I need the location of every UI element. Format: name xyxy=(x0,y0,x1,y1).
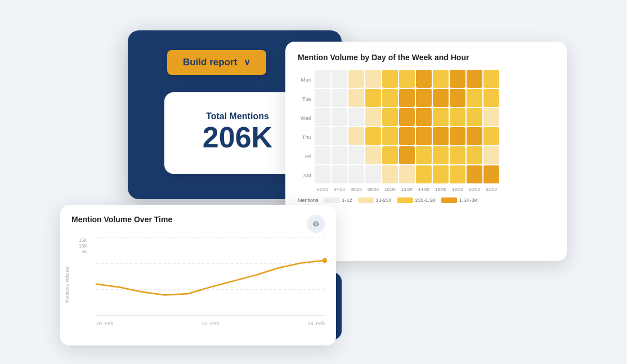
heatmap-x-label: 16:00 xyxy=(433,187,449,192)
heatmap-y-label-thu: Thu xyxy=(298,128,311,146)
build-report-button[interactable]: Build report ∨ xyxy=(167,50,266,75)
legend-label-2: 13-234 xyxy=(376,197,392,203)
y-axis-labels: 15K 10K 5K xyxy=(71,237,94,266)
y-label-10k: 10K xyxy=(71,243,87,249)
heatmap-cell xyxy=(467,165,482,183)
heatmap-x-label: 10:00 xyxy=(382,187,398,192)
heatmap-cell xyxy=(433,89,449,107)
heatmap-x-label: 12:00 xyxy=(399,187,415,192)
heatmap-y-label-tue: Tue xyxy=(298,90,311,108)
y-axis-title: Mentions Volume xyxy=(64,267,70,303)
heatmap-cell xyxy=(483,127,499,145)
heatmap-cell xyxy=(450,165,465,183)
heatmap-cell xyxy=(450,108,465,126)
heatmap-cell xyxy=(399,108,415,126)
heatmap-cell xyxy=(348,70,364,88)
heatmap-cell xyxy=(382,165,398,183)
line-chart-header: Mention Volume Over Time ⚙ xyxy=(71,215,325,233)
heatmap-cell xyxy=(416,146,432,164)
chevron-down-icon: ∨ xyxy=(244,57,250,68)
line-chart-svg xyxy=(96,237,325,316)
heatmap-cell xyxy=(332,70,347,88)
heatmap-cell xyxy=(399,127,415,145)
heatmap-cell xyxy=(450,70,465,88)
x-labels: 20. Feb 22. Feb 24. Feb xyxy=(96,318,325,326)
legend-swatch-1 xyxy=(324,197,340,203)
build-report-label: Build report xyxy=(183,57,237,68)
x-label-22feb: 22. Feb xyxy=(202,321,220,326)
line-chart-title: Mention Volume Over Time xyxy=(71,215,172,224)
heatmap-cell xyxy=(450,146,465,164)
y-axis-container: Mentions Volume 15K 10K 5K xyxy=(71,237,94,327)
heatmap-cell xyxy=(483,89,499,107)
heatmap-legend: Mentions 1-12 13-234 235-1.5K 1.5K-3K xyxy=(298,197,554,203)
heatmap-cell xyxy=(399,146,415,164)
heatmap-cell xyxy=(315,165,330,183)
heatmap-cell xyxy=(483,70,499,88)
heatmap-cell xyxy=(416,89,432,107)
heatmap-cell xyxy=(365,70,381,88)
heatmap-cell xyxy=(382,146,398,164)
heatmap-cell xyxy=(433,127,449,145)
heatmap-cell xyxy=(467,70,482,88)
legend-item-3: 235-1.5K xyxy=(397,197,436,203)
heatmap-cell xyxy=(433,146,449,164)
legend-label-3: 235-1.5K xyxy=(415,197,436,203)
heatmap-cell xyxy=(467,146,482,164)
line-chart-card: Mention Volume Over Time ⚙ Mentions Volu… xyxy=(60,205,336,345)
heatmap-cell xyxy=(365,127,381,145)
heatmap-x-label: 06:00 xyxy=(348,187,364,192)
heatmap-x-label: 14:00 xyxy=(416,187,432,192)
heatmap-y-label-sat: Sat xyxy=(298,167,311,185)
heatmap-cell xyxy=(315,146,330,164)
heatmap-cell xyxy=(332,108,347,126)
y-label-5k: 5K xyxy=(71,249,87,254)
heatmap-y-label-mon: Mon xyxy=(298,71,311,89)
svg-point-4 xyxy=(323,258,328,263)
heatmap-cell xyxy=(315,127,330,145)
legend-item-4: 1.5K-3K xyxy=(441,197,478,203)
heatmap-cell xyxy=(450,127,465,145)
heatmap-cell xyxy=(332,89,347,107)
heatmap-y-label-fri: Fri xyxy=(298,147,311,165)
heatmap-grid-area: Mon Tue Wed Thu Fri Sat 02:0004:0006:000… xyxy=(298,70,554,192)
heatmap-cell xyxy=(433,70,449,88)
legend-mentions-label: Mentions xyxy=(298,197,319,203)
y-label-15k: 15K xyxy=(71,237,87,243)
heatmap-cell xyxy=(467,127,482,145)
legend-label-1: 1-12 xyxy=(342,197,352,203)
heatmap-cell xyxy=(433,165,449,183)
heatmap-x-label: 22:00 xyxy=(483,187,499,192)
legend-label-4: 1.5K-3K xyxy=(459,197,478,203)
heatmap-x-labels: 02:0004:0006:0008:0010:0012:0014:0016:00… xyxy=(315,187,554,192)
gear-icon: ⚙ xyxy=(312,219,320,228)
heatmap-x-label: 20:00 xyxy=(467,187,482,192)
heatmap-x-label: 18:00 xyxy=(450,187,465,192)
heatmap-cell xyxy=(348,89,364,107)
heatmap-cell xyxy=(382,70,398,88)
heatmap-cell xyxy=(483,108,499,126)
heatmap-cell xyxy=(348,127,364,145)
heatmap-cell xyxy=(416,108,432,126)
legend-swatch-2 xyxy=(358,197,374,203)
heatmap-cell xyxy=(365,165,381,183)
heatmap-grid-wrapper: 02:0004:0006:0008:0010:0012:0014:0016:00… xyxy=(315,70,554,192)
heatmap-title: Mention Volume by Day of the Week and Ho… xyxy=(298,53,554,62)
heatmap-cell xyxy=(315,108,330,126)
heatmap-cell xyxy=(332,146,347,164)
line-chart-inner: Mentions Volume 15K 10K 5K xyxy=(71,237,325,327)
heatmap-cell xyxy=(416,127,432,145)
scene: Build report ∨ Total Mentions 206K Menti… xyxy=(60,19,567,345)
legend-item-1: 1-12 xyxy=(324,197,352,203)
heatmap-cell xyxy=(332,165,347,183)
heatmap-y-labels: Mon Tue Wed Thu Fri Sat xyxy=(298,70,311,192)
heatmap-x-label: 04:00 xyxy=(332,187,347,192)
heatmap-cell xyxy=(348,108,364,126)
heatmap-cell xyxy=(382,108,398,126)
heatmap-cell xyxy=(467,89,482,107)
heatmap-cell xyxy=(315,70,330,88)
heatmap-cell xyxy=(399,165,415,183)
heatmap-row xyxy=(315,127,554,145)
gear-button[interactable]: ⚙ xyxy=(307,215,325,233)
heatmap-cell xyxy=(416,165,432,183)
